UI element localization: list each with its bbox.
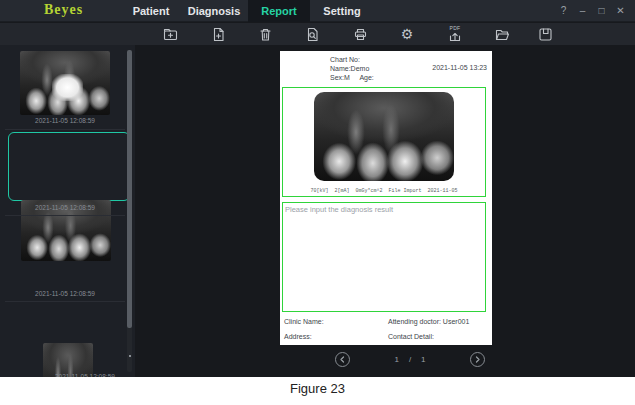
window-controls: ? – □ ✕ — [555, 0, 629, 22]
folder-open-icon — [495, 27, 510, 42]
page-separator: / — [409, 355, 411, 364]
file-search-icon — [305, 27, 320, 42]
report-main-area: Chart No: Name:Demo Sex:M Age: 2021-11-0… — [135, 45, 635, 377]
print-button[interactable] — [350, 25, 370, 43]
title-bar: Beyes Patient Diagnosis Report Setting ?… — [0, 0, 635, 22]
app-logo: Beyes — [44, 2, 83, 18]
selected-thumbnail-frame — [8, 132, 130, 201]
thumbnail-sidebar: 2021-11-05 12:08:59 2021-11-05 12:08:59 … — [0, 45, 135, 377]
minimize-icon[interactable]: – — [574, 0, 591, 22]
prev-page-button[interactable] — [335, 352, 350, 367]
age-label: Age: — [359, 74, 373, 81]
contact-detail-label: Contact Detail: — [388, 333, 434, 340]
add-file-button[interactable] — [208, 25, 228, 43]
preview-button[interactable] — [302, 25, 322, 43]
divider — [5, 215, 125, 216]
page-navigation: 1 / 1 — [335, 351, 485, 367]
tab-setting[interactable]: Setting — [313, 0, 371, 22]
printer-icon — [353, 27, 368, 42]
diagnosis-input[interactable] — [285, 205, 483, 309]
new-folder-button[interactable] — [160, 25, 180, 43]
app-window: Beyes Patient Diagnosis Report Setting ?… — [0, 0, 635, 377]
divider — [5, 301, 125, 302]
page-indicator: 1 / 1 — [394, 355, 425, 364]
help-icon[interactable]: ? — [555, 0, 572, 22]
thumbnail-timestamp: 2021-11-05 12:08:59 — [0, 204, 130, 211]
xray-thumbnail-1[interactable] — [20, 51, 110, 115]
sidebar-scrollbar[interactable] — [127, 50, 132, 372]
divider — [5, 129, 125, 130]
maximize-icon[interactable]: □ — [593, 0, 610, 22]
delete-button[interactable] — [255, 25, 275, 43]
save-icon — [538, 27, 553, 42]
next-page-button[interactable] — [470, 352, 485, 367]
thumbnail-timestamp: 2021-11-05 12:08:59 — [0, 290, 130, 297]
chart-no-label: Chart No: — [330, 55, 382, 64]
figure-wrap: Beyes Patient Diagnosis Report Setting ?… — [0, 0, 635, 405]
open-folder-button[interactable] — [492, 25, 512, 43]
export-pdf-button[interactable]: PDF — [445, 25, 465, 43]
xray-thumbnail-3[interactable] — [43, 343, 93, 377]
report-header: Chart No: Name:Demo Sex:M Age: — [330, 55, 382, 82]
sex-age-row: Sex:M Age: — [330, 73, 382, 82]
settings-button[interactable]: ⚙ — [397, 25, 417, 43]
chevron-right-icon — [474, 356, 481, 363]
scrollbar-dot — [129, 355, 131, 357]
folder-plus-icon — [163, 27, 178, 42]
xray-exposure-caption: 70[kV] 2[mA] 0mGy*cm^2 File Import 2021-… — [283, 188, 485, 194]
address-label: Address: — [284, 333, 312, 340]
report-image-box[interactable]: 70[kV] 2[mA] 0mGy*cm^2 File Import 2021-… — [282, 87, 486, 197]
file-plus-icon — [211, 27, 226, 42]
patient-name: Name:Demo — [330, 64, 382, 73]
trash-icon — [258, 27, 273, 42]
report-page: Chart No: Name:Demo Sex:M Age: 2021-11-0… — [280, 51, 492, 345]
export-pdf-icon — [448, 31, 462, 42]
tab-patient[interactable]: Patient — [122, 0, 180, 22]
toolbar: ⚙ PDF — [0, 23, 635, 45]
thumbnail-timestamp: 2021-11-05 12:08:59 — [0, 117, 130, 124]
current-page: 1 — [394, 355, 398, 364]
tab-diagnosis[interactable]: Diagnosis — [183, 0, 245, 22]
save-button[interactable] — [535, 25, 555, 43]
scrollbar-thumb[interactable] — [127, 50, 132, 328]
report-datetime: 2021-11-05 13:23 — [432, 64, 487, 71]
report-xray-image — [314, 92, 454, 181]
tab-report[interactable]: Report — [248, 0, 310, 22]
figure-caption: Figure 23 — [0, 377, 635, 405]
clinic-name-label: Clinic Name: — [284, 318, 324, 325]
sex-value: Sex:M — [330, 74, 350, 81]
chevron-left-icon — [339, 356, 346, 363]
attending-doctor: Attending doctor: User001 — [388, 318, 469, 325]
gear-icon: ⚙ — [401, 27, 414, 41]
diagnosis-box — [282, 202, 486, 312]
close-icon[interactable]: ✕ — [612, 0, 629, 22]
total-pages: 1 — [421, 355, 425, 364]
